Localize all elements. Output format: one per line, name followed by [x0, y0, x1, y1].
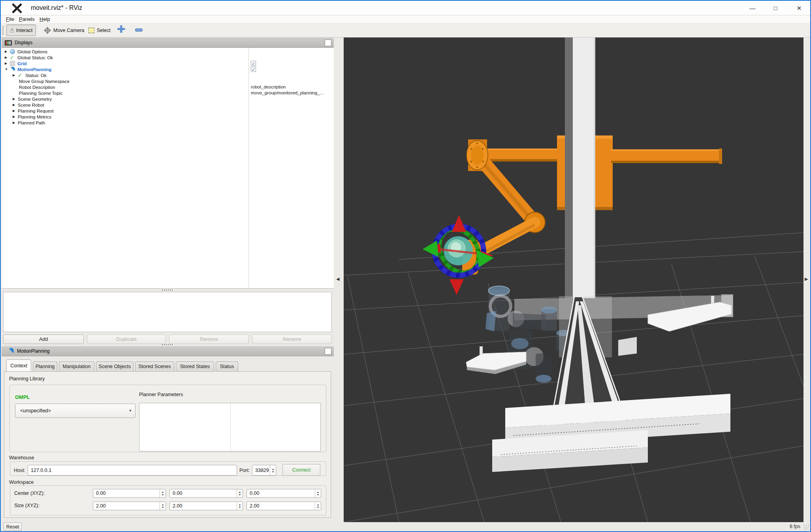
minimize-button[interactable]: — — [747, 3, 758, 13]
stepper-arrows-icon[interactable]: ▲▼ — [270, 465, 276, 475]
tab-scene-objects[interactable]: Scene Objects — [96, 361, 134, 371]
rviz-logo-icon — [11, 3, 23, 13]
motionplanning-enabled-checkbox[interactable]: ✓ — [251, 67, 256, 72]
toolbar: ☝ Interact Move Camera Select ✚ — [1, 23, 810, 38]
left-splitter-strip[interactable]: ◀ — [334, 38, 344, 522]
collapse-left-icon[interactable]: ◀ — [336, 276, 339, 282]
stepper-arrows-icon[interactable]: ▲▼ — [315, 489, 321, 497]
displays-splitter-handle[interactable] — [162, 289, 174, 291]
tree-row-grid[interactable]: ▶Grid — [2, 60, 334, 66]
rename-display-button[interactable]: Rename — [252, 335, 332, 344]
grid-enabled-checkbox[interactable]: ✓ — [251, 61, 256, 66]
motionplanning-float-button[interactable] — [325, 348, 331, 355]
close-button[interactable]: ✕ — [793, 3, 805, 13]
displays-tree: ▶Global Options ▶✓Global Status: Ok ▶Gri… — [2, 48, 334, 289]
size-xyz-label: Size (XYZ): — [14, 503, 40, 508]
displays-panel-header[interactable]: Displays — [2, 38, 334, 48]
grid-icon — [10, 61, 15, 66]
four-way-arrows-icon — [44, 27, 51, 34]
tree-row-planned-path[interactable]: ▶Planned Path — [2, 120, 334, 126]
tree-row-planning-request[interactable]: ▶Planning Request — [2, 108, 334, 114]
resize-grip[interactable] — [803, 524, 809, 530]
minus-icon — [135, 28, 143, 32]
tree-row-move-group-namespace[interactable]: Move Group Namespace — [2, 78, 334, 84]
library-name-label: OMPL — [15, 394, 30, 400]
menu-file[interactable]: File — [6, 16, 14, 23]
stepper-arrows-icon[interactable]: ▲▼ — [237, 489, 243, 497]
stepper-arrows-icon[interactable]: ▲▼ — [160, 502, 166, 510]
center-x-stepper[interactable]: 0.00▲▼ — [93, 489, 166, 498]
displays-panel-title: Displays — [15, 40, 32, 45]
planner-select[interactable]: <unspecified> ▼ — [15, 404, 135, 418]
menu-panels[interactable]: Panels — [19, 16, 35, 23]
size-z-stepper[interactable]: 2.00▲▼ — [246, 502, 321, 510]
tree-row-motionplanning[interactable]: ▼MotionPlanning — [2, 66, 334, 72]
robot-description-value[interactable]: robot_description — [251, 85, 286, 89]
menu-bar: File Panels Help — [1, 15, 810, 23]
size-x-stepper[interactable]: 2.00▲▼ — [93, 502, 166, 510]
3d-viewport[interactable] — [344, 38, 803, 522]
planning-library-label: Planning Library — [9, 376, 45, 382]
tree-row-scene-robot[interactable]: ▶Scene Robot — [2, 102, 334, 108]
size-y-stepper[interactable]: 2.00▲▼ — [169, 502, 243, 510]
warehouse-label: Warehouse — [9, 455, 34, 461]
connect-button[interactable]: Connect — [282, 464, 320, 476]
toolbar-drag-handle[interactable] — [2, 26, 4, 35]
tab-manipulation[interactable]: Manipulation — [59, 361, 94, 371]
check-icon: ✓ — [10, 55, 15, 60]
monitor-icon — [5, 40, 12, 45]
rviz-window: moveit.rviz* - RViz — □ ✕ File Panels He… — [0, 0, 811, 532]
planner-parameters-table[interactable] — [139, 403, 321, 451]
moveit-swoosh-icon — [10, 67, 15, 72]
pillar-column — [565, 38, 595, 298]
tree-row-global-status[interactable]: ▶✓Global Status: Ok — [2, 55, 334, 60]
reset-button[interactable]: Reset — [4, 523, 22, 531]
globe-icon — [10, 49, 15, 54]
title-bar[interactable]: moveit.rviz* - RViz — □ ✕ — [1, 1, 810, 15]
panel-splitter-handle[interactable] — [162, 344, 174, 345]
fps-indicator: 6 fps — [775, 524, 800, 529]
property-help-area — [3, 292, 332, 332]
center-xyz-label: Center (XYZ): — [14, 491, 45, 496]
hand-pointer-icon: ☝ — [10, 26, 14, 34]
displays-float-button[interactable] — [325, 39, 331, 46]
tree-row-planning-metrics[interactable]: ▶Planning Metrics — [2, 114, 334, 120]
menu-help[interactable]: Help — [40, 16, 50, 23]
window-title: moveit.rviz* - RViz — [31, 4, 82, 11]
tree-row-global-options[interactable]: ▶Global Options — [2, 49, 334, 55]
host-input[interactable]: 127.0.0.1 — [28, 465, 237, 476]
tree-row-scene-geometry[interactable]: ▶Scene Geometry — [2, 96, 334, 102]
plus-icon: ✚ — [117, 23, 126, 35]
maximize-button[interactable]: □ — [770, 3, 781, 13]
workspace-label: Workspace — [9, 479, 34, 485]
motionplanning-panel-header[interactable]: MotionPlanning — [2, 346, 334, 356]
add-tool-button[interactable]: ✚ — [117, 25, 126, 34]
right-splitter-strip[interactable]: ▶ — [803, 38, 810, 522]
select-tool-button[interactable]: Select — [85, 24, 114, 36]
center-z-stepper[interactable]: 0.00▲▼ — [246, 489, 321, 498]
port-stepper[interactable]: 33829 ▲▼ — [252, 465, 276, 476]
tree-row-status-ok[interactable]: ▶✓Status: Ok — [2, 72, 334, 78]
chevron-down-icon: ▼ — [126, 409, 135, 413]
tab-context[interactable]: Context — [6, 359, 31, 371]
tab-planning[interactable]: Planning — [33, 361, 57, 371]
tab-stored-scenes[interactable]: Stored Scenes — [135, 361, 174, 371]
tab-status[interactable]: Status — [216, 361, 238, 371]
collapse-right-icon[interactable]: ▶ — [805, 276, 808, 282]
stepper-arrows-icon[interactable]: ▲▼ — [315, 502, 321, 510]
duplicate-display-button[interactable]: Duplicate — [87, 335, 166, 344]
3d-scene — [344, 38, 803, 522]
port-label: Port: — [239, 468, 250, 473]
planning-scene-topic-value[interactable]: move_group/monitored_planning_... — [251, 90, 324, 95]
stepper-arrows-icon[interactable]: ▲▼ — [237, 502, 243, 510]
moveit-swoosh-icon — [9, 348, 14, 354]
stepper-arrows-icon[interactable]: ▲▼ — [160, 489, 166, 497]
remove-display-button[interactable]: Remove — [169, 335, 249, 344]
add-display-button[interactable]: Add — [3, 335, 84, 344]
interact-tool-button[interactable]: ☝ Interact — [6, 24, 36, 36]
move-camera-tool-button[interactable]: Move Camera — [41, 24, 88, 36]
tree-column-divider[interactable] — [248, 48, 249, 289]
tab-stored-states[interactable]: Stored States — [176, 361, 214, 371]
selection-box-icon — [88, 28, 94, 33]
center-y-stepper[interactable]: 0.00▲▼ — [169, 489, 243, 498]
